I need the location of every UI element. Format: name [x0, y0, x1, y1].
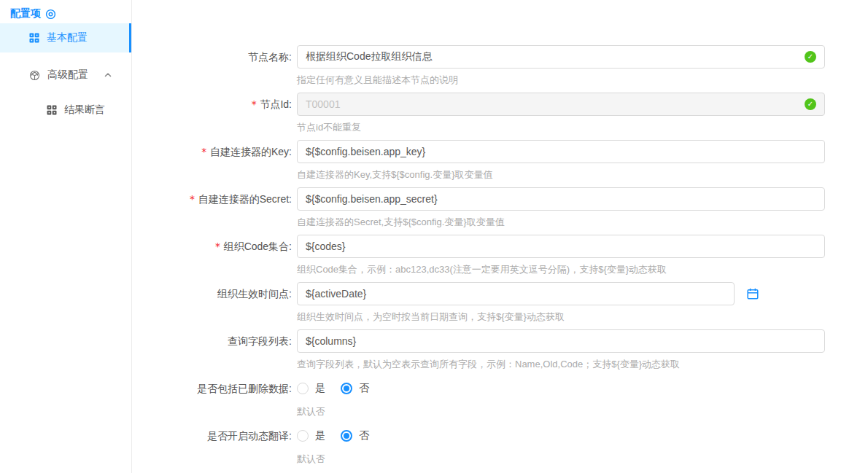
field-label: 组织生效时间点: [132, 282, 292, 323]
field-help: 组织Code集合，示例：abc123,dc33(注意一定要用英文逗号分隔)，支持… [297, 264, 825, 275]
form-row-connector-secret: *自建连接器的Secret: ${$config.beisen.app_secr… [132, 187, 868, 228]
field-label: *自建连接器的Secret: [132, 187, 292, 228]
node-name-input[interactable]: 根据组织Code拉取组织信息 ✓ [297, 45, 825, 69]
required-marker: * [251, 98, 257, 110]
required-marker: * [214, 241, 220, 252]
calendar-icon[interactable] [747, 288, 759, 300]
form-row-active-date: 组织生效时间点: ${activeDate} 组织生效时间点，为空时按当前日期查… [132, 282, 868, 323]
org-codes-input[interactable]: ${codes} [297, 235, 825, 258]
radio-label: 否 [359, 382, 369, 395]
radio-dynamic-translate-no[interactable]: 否 [341, 429, 369, 442]
field-label: 节点名称: [132, 45, 292, 86]
field-help: 默认否 [297, 453, 384, 465]
field-label: 查询字段列表: [132, 329, 292, 370]
input-value: T00001 [306, 98, 805, 110]
active-date-input[interactable]: ${activeDate} [297, 282, 735, 305]
form-row-org-codes: *组织Code集合: ${codes} 组织Code集合，示例：abc123,d… [132, 235, 868, 275]
radio-include-deleted-no[interactable]: 否 [341, 382, 369, 395]
radio-dynamic-translate-yes[interactable]: 是 [297, 429, 325, 442]
form-row-dynamic-translate: 是否开启动态翻译: 是 否 默认否 [132, 424, 868, 465]
radio-icon [297, 430, 309, 442]
sidebar-title: 配置项 [10, 7, 41, 20]
required-marker: * [189, 193, 195, 205]
radio-checked-icon [341, 430, 352, 442]
connector-secret-input[interactable]: ${$config.beisen.app_secret} [297, 187, 825, 211]
input-value: ${codes} [306, 241, 816, 252]
input-value: ${$config.beisen.app_secret} [306, 193, 816, 205]
radio-label: 否 [359, 429, 369, 442]
required-marker: * [201, 146, 207, 157]
grid-icon [29, 33, 39, 43]
input-value: ${columns} [306, 335, 816, 347]
cube-icon [29, 70, 40, 81]
sidebar-item-advanced-config[interactable]: 高级配置 [0, 60, 131, 90]
field-label: 是否开启动态翻译: [132, 424, 292, 465]
node-id-input: T00001 ✓ [297, 93, 825, 116]
form-row-node-name: 节点名称: 根据组织Code拉取组织信息 ✓ 指定任何有意义且能描述本节点的说明 [132, 45, 868, 86]
form-row-node-id: *节点Id: T00001 ✓ 节点id不能重复 [132, 93, 868, 133]
radio-checked-icon [341, 383, 352, 394]
sidebar-item-basic-config[interactable]: 基本配置 [0, 23, 131, 52]
form-row-columns: 查询字段列表: ${columns} 查询字段列表，默认为空表示查询所有字段，示… [132, 329, 868, 370]
target-icon [45, 9, 56, 20]
form-row-connector-key: *自建连接器的Key: ${$config.beisen.app_key} 自建… [132, 140, 868, 181]
dynamic-translate-radio-group: 是 否 [297, 424, 384, 447]
field-help: 指定任何有意义且能描述本节点的说明 [297, 74, 825, 86]
field-label: *节点Id: [132, 93, 292, 133]
check-circle-icon: ✓ [805, 98, 816, 110]
field-label: *自建连接器的Key: [132, 140, 292, 181]
input-value: 根据组织Code拉取组织信息 [306, 50, 805, 63]
include-deleted-radio-group: 是 否 [297, 377, 384, 400]
field-label: *组织Code集合: [132, 235, 292, 275]
field-help: 组织生效时间点，为空时按当前日期查询，支持${变量}动态获取 [297, 311, 759, 323]
field-help: 自建连接器的Key,支持${$config.变量}取变量值 [297, 169, 825, 181]
sidebar-item-result-assertion[interactable]: 结果断言 [0, 95, 131, 125]
radio-icon [297, 383, 309, 394]
sidebar-item-label: 基本配置 [47, 31, 88, 44]
check-circle-icon: ✓ [805, 51, 816, 63]
grid-icon [47, 105, 57, 115]
chevron-up-icon[interactable] [104, 72, 112, 78]
sidebar-item-label: 高级配置 [47, 69, 88, 82]
sidebar-header: 配置项 [0, 0, 131, 21]
input-value: ${$config.beisen.app_key} [306, 146, 816, 157]
radio-label: 是 [315, 429, 325, 442]
sidebar-item-label: 结果断言 [64, 103, 105, 117]
field-help: 自建连接器的Secret,支持${$config.变量}取变量值 [297, 216, 825, 228]
field-help: 节点id不能重复 [297, 122, 825, 133]
sidebar: 配置项 基本配置 高级配置 结果断言 [0, 0, 132, 473]
form-row-include-deleted: 是否包括已删除数据: 是 否 默认否 [132, 377, 868, 418]
input-value: ${activeDate} [306, 288, 726, 300]
radio-include-deleted-yes[interactable]: 是 [297, 382, 325, 395]
config-form: 节点名称: 根据组织Code拉取组织信息 ✓ 指定任何有意义且能描述本节点的说明… [132, 0, 868, 472]
columns-input[interactable]: ${columns} [297, 329, 825, 353]
field-help: 默认否 [297, 406, 384, 418]
radio-label: 是 [315, 382, 325, 395]
field-help: 查询字段列表，默认为空表示查询所有字段，示例：Name,Old,Code；支持$… [297, 359, 825, 370]
field-label: 是否包括已删除数据: [132, 377, 292, 418]
connector-key-input[interactable]: ${$config.beisen.app_key} [297, 140, 825, 163]
